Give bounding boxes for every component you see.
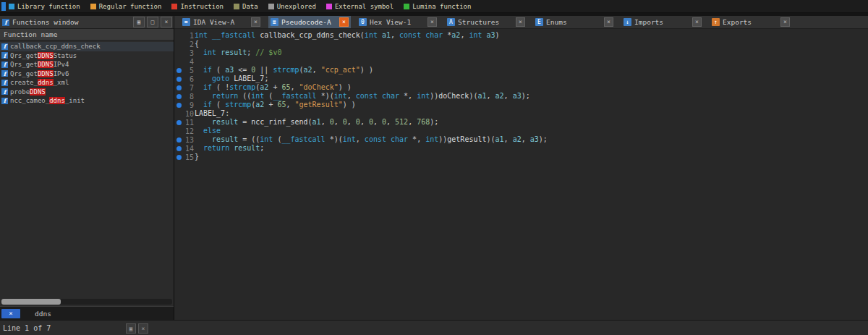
legend-color-swatch: [268, 4, 274, 9]
code-line[interactable]: 10LABEL_7:: [174, 109, 868, 118]
function-icon: f: [2, 19, 9, 26]
function-list: fcallback_ccp_ddns_checkfQrs_getDDNSStat…: [0, 41, 174, 297]
tab-imports[interactable]: ↓Imports×: [621, 16, 704, 28]
function-name-column-header[interactable]: Function name: [0, 29, 174, 41]
legend-item: Data: [234, 3, 258, 10]
code-line[interactable]: 1int __fastcall callback_ccp_ddns_check(…: [174, 31, 868, 40]
gutter-dot-column: [174, 155, 184, 160]
function-list-item[interactable]: fncc_cameo_ddns_init: [0, 96, 174, 106]
tab-structures[interactable]: AStructures×: [445, 16, 527, 28]
code-line[interactable]: 9 if ( strcmp(a2 + 65, "getResult") ): [174, 101, 868, 109]
function-list-item[interactable]: fQrs_getDDNSIPv6: [0, 69, 174, 79]
filter-row: × ddns: [0, 306, 174, 320]
line-number: 11: [184, 119, 194, 127]
address-dot[interactable]: [176, 77, 182, 82]
code-line[interactable]: 15}: [174, 153, 868, 161]
function-name: callback_ccp_ddns_check: [10, 43, 101, 50]
filter-clear-button[interactable]: ×: [1, 309, 20, 318]
exports-icon: ↑: [712, 18, 720, 26]
function-name: probeDDNS: [10, 88, 46, 96]
dock-restore-button[interactable]: ▣: [126, 323, 136, 334]
address-dot[interactable]: [176, 94, 182, 99]
code-area[interactable]: 1int __fastcall callback_ccp_ddns_check(…: [174, 29, 868, 320]
function-list-item[interactable]: fcreate_ddns_xml: [0, 78, 174, 88]
legend-item: Unexplored: [268, 3, 316, 10]
functions-window-titlebar[interactable]: f Functions window ▣□×: [0, 16, 174, 29]
status-mini-buttons: ▣×: [126, 323, 148, 334]
tab-label: Hex View-1: [370, 18, 425, 26]
tab-close-button[interactable]: ×: [692, 17, 702, 27]
address-dot[interactable]: [176, 137, 182, 143]
legend-bar: Library functionRegular functionInstruct…: [0, 0, 868, 13]
code-text: if ( strcmp(a2 + 65, "getResult") ): [194, 101, 356, 109]
restore-button[interactable]: ▣: [133, 17, 145, 27]
function-list-item[interactable]: fcallback_ccp_ddns_check: [0, 42, 174, 51]
legend-item-label: Unexplored: [277, 3, 316, 10]
horizontal-scrollbar[interactable]: [1, 299, 172, 305]
line-number: 2: [184, 41, 194, 48]
function-icon: f: [1, 80, 8, 86]
tab-close-button[interactable]: ×: [339, 17, 349, 27]
function-name: Qrs_getDDNSIPv4: [10, 61, 69, 68]
status-bar: Line 1 of 7 ▣×: [0, 320, 868, 335]
code-line[interactable]: 5 if ( a3 <= 0 || strcmp(a2, "ccp_act") …: [174, 66, 868, 75]
hex-view-icon: 0: [359, 18, 367, 26]
function-list-item[interactable]: fQrs_getDDNSIPv4: [0, 60, 174, 69]
tab-close-button[interactable]: ×: [604, 17, 613, 27]
address-dot[interactable]: [176, 103, 182, 108]
tab-exports[interactable]: ↑Exports×: [710, 16, 792, 28]
function-icon: f: [1, 88, 8, 95]
gutter-dot-column: [174, 94, 184, 99]
legend-items: Library functionRegular functionInstruct…: [9, 3, 471, 10]
function-list-item[interactable]: fprobeDDNS: [0, 88, 174, 97]
code-text: else: [194, 127, 221, 135]
tab-enums[interactable]: EEnums×: [533, 16, 616, 28]
tab-hex-view-1[interactable]: 0Hex View-1×: [357, 16, 439, 28]
tab-ida-view-a[interactable]: ≡IDA View-A×: [180, 16, 263, 28]
filter-input[interactable]: ddns: [35, 310, 51, 318]
tab-close-button[interactable]: ×: [427, 17, 437, 27]
gutter-dot-column: [174, 77, 184, 82]
legend-item: External symbol: [326, 3, 393, 10]
tab-close-button[interactable]: ×: [780, 17, 790, 27]
code-line[interactable]: 13 result = ((int (__fastcall *)(int, co…: [174, 135, 868, 144]
code-line[interactable]: 11 result = ncc_rinf_send(a1, 0, 0, 0, 0…: [174, 118, 868, 127]
functions-window-panel: f Functions window ▣□× Function name fca…: [0, 16, 174, 320]
code-line[interactable]: 12 else: [174, 127, 868, 135]
code-text: if ( a3 <= 0 || strcmp(a2, "ccp_act") ): [194, 66, 373, 75]
code-line[interactable]: 3 int result; // $v0: [174, 48, 868, 57]
line-number: 10: [184, 110, 194, 118]
panel-title: Functions window: [12, 18, 131, 26]
function-list-item[interactable]: fQrs_getDDNSStatus: [0, 51, 174, 61]
legend-color-swatch: [90, 4, 96, 9]
scrollbar-thumb[interactable]: [1, 299, 61, 305]
code-line[interactable]: 8 return ((int (__fastcall *)(int, const…: [174, 92, 868, 101]
legend-color-swatch: [404, 4, 409, 9]
code-text: result = ((int (__fastcall *)(int, const…: [194, 135, 548, 144]
dock-close-button[interactable]: ×: [138, 323, 148, 334]
legend-color-swatch: [234, 4, 239, 9]
code-line[interactable]: 14 return result;: [174, 144, 868, 153]
pseudocode-icon: ≣: [271, 18, 278, 26]
line-number: 9: [184, 101, 194, 109]
address-dot[interactable]: [176, 68, 182, 73]
float-button[interactable]: □: [147, 17, 158, 27]
line-number: 4: [184, 58, 194, 66]
address-dot[interactable]: [176, 146, 182, 151]
code-line[interactable]: 7 if ( !strcmp(a2 + 65, "doCheck") ): [174, 83, 868, 92]
address-dot[interactable]: [176, 120, 182, 125]
tab-close-button[interactable]: ×: [516, 17, 525, 27]
function-icon: f: [1, 43, 8, 50]
address-dot[interactable]: [176, 85, 182, 90]
tab-close-button[interactable]: ×: [251, 17, 260, 27]
line-number: 14: [184, 145, 194, 153]
close-button[interactable]: ×: [161, 17, 172, 27]
code-line[interactable]: 4: [174, 57, 868, 66]
legend-item-label: Instruction: [180, 3, 224, 10]
function-icon: f: [1, 62, 8, 68]
code-line[interactable]: 2{: [174, 40, 868, 48]
code-line[interactable]: 6 goto LABEL_7;: [174, 75, 868, 83]
line-number: 7: [184, 84, 194, 92]
address-dot[interactable]: [176, 155, 182, 160]
tab-pseudocode-a[interactable]: ≣Pseudocode-A×: [268, 16, 351, 28]
